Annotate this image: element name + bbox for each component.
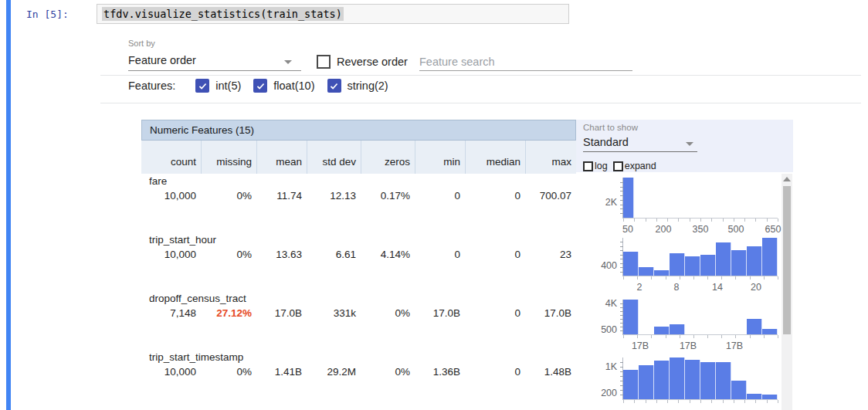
value-cell: 700.07 bbox=[525, 190, 576, 202]
x-axis-tick bbox=[623, 276, 624, 280]
histogram-bar[interactable] bbox=[731, 250, 747, 276]
histogram-bar[interactable] bbox=[747, 246, 762, 276]
histogram-bar[interactable] bbox=[654, 327, 670, 334]
reverse-order-checkbox[interactable] bbox=[317, 55, 331, 69]
sort-by-dropdown[interactable]: Feature order bbox=[128, 54, 196, 66]
log-label[interactable]: log bbox=[595, 161, 608, 171]
y-axis-tick bbox=[620, 242, 623, 242]
histogram-bar[interactable] bbox=[747, 319, 762, 334]
histogram-bar[interactable] bbox=[762, 329, 778, 334]
x-axis-tick bbox=[690, 219, 690, 222]
histogram-bar[interactable] bbox=[639, 365, 654, 399]
expand-checkbox[interactable] bbox=[613, 161, 623, 171]
y-axis-tick bbox=[620, 376, 623, 377]
histogram-dropoff-census-tract: 4K50017B17B17B bbox=[576, 291, 782, 350]
value-cell: 10,000 bbox=[141, 366, 201, 378]
histogram-bar[interactable] bbox=[685, 256, 700, 276]
y-axis-tick bbox=[620, 362, 623, 363]
x-axis-tick bbox=[750, 276, 751, 280]
histogram-bar[interactable] bbox=[716, 362, 731, 399]
chart-to-show-dropdown[interactable]: Standard bbox=[583, 136, 629, 148]
histogram-bar[interactable] bbox=[623, 252, 639, 276]
scroll-up-icon[interactable] bbox=[783, 177, 791, 181]
histogram-bar[interactable] bbox=[623, 300, 639, 334]
x-axis-tick bbox=[693, 276, 694, 280]
y-axis-tick bbox=[620, 250, 623, 251]
sort-by-underline bbox=[128, 70, 301, 71]
y-axis-tick bbox=[620, 208, 623, 209]
histogram-trip-start-hour: 400281420 bbox=[576, 232, 782, 291]
histogram-bar[interactable] bbox=[716, 242, 731, 276]
feature-search-input[interactable]: Feature search bbox=[419, 56, 495, 68]
x-axis-tick bbox=[744, 400, 745, 403]
feature-filter-label: int(5) bbox=[215, 80, 241, 92]
value-cell: 0 bbox=[465, 366, 525, 378]
divider bbox=[100, 103, 861, 103]
histogram-bar[interactable] bbox=[700, 362, 716, 399]
histogram-bar[interactable] bbox=[654, 270, 670, 276]
histogram-bar[interactable] bbox=[670, 324, 685, 335]
y-axis-tick bbox=[620, 259, 623, 259]
x-axis-tick bbox=[637, 335, 638, 338]
histogram-bar[interactable] bbox=[670, 357, 685, 399]
x-axis-tick bbox=[707, 335, 708, 338]
y-axis-tick bbox=[620, 187, 623, 188]
chevron-down-icon[interactable] bbox=[284, 60, 292, 64]
histogram-bar[interactable] bbox=[762, 238, 778, 276]
histogram-bar[interactable] bbox=[747, 394, 762, 399]
histogram-bar[interactable] bbox=[670, 253, 685, 276]
checkbox-checked-icon bbox=[327, 79, 341, 93]
value-cell: 27.12% bbox=[201, 307, 256, 319]
histogram-bar[interactable] bbox=[623, 370, 639, 399]
y-axis-tick bbox=[620, 213, 623, 214]
x-axis-tick bbox=[678, 400, 679, 403]
column-header: median bbox=[465, 141, 525, 174]
reverse-order-label[interactable]: Reverse order bbox=[337, 56, 408, 68]
feature-filter[interactable]: string(2) bbox=[327, 79, 388, 93]
table-row: trip_start_timestamp10,0000%1.41B29.2M0%… bbox=[141, 350, 576, 408]
y-axis-tick bbox=[620, 323, 623, 324]
chevron-down-icon[interactable] bbox=[686, 142, 693, 146]
value-cell: 10,000 bbox=[141, 249, 201, 260]
checkbox-checked-icon bbox=[253, 79, 267, 93]
x-axis-tick bbox=[778, 276, 778, 280]
log-checkbox[interactable] bbox=[583, 161, 593, 171]
y-axis-label: 200 bbox=[601, 388, 617, 398]
histogram-bar[interactable] bbox=[639, 267, 654, 276]
value-cell: 4.14% bbox=[361, 249, 415, 260]
value-cell: 0.17% bbox=[361, 190, 415, 202]
value-cell: 17.0B bbox=[415, 307, 465, 319]
x-axis-tick bbox=[750, 335, 751, 338]
feature-search-underline bbox=[419, 70, 632, 71]
chart-panel: Chart to show Standard log expand bbox=[576, 120, 793, 172]
charts-scrollbar[interactable] bbox=[782, 174, 792, 410]
value-cell: 0% bbox=[361, 366, 415, 378]
histogram-bar[interactable] bbox=[731, 381, 747, 399]
code-input[interactable]: tfdv.visualize_statistics(train_stats) bbox=[97, 4, 569, 24]
y-axis-tick bbox=[620, 319, 623, 320]
value-cell: 0% bbox=[201, 190, 256, 202]
histogram-bar[interactable] bbox=[685, 360, 700, 399]
feature-filter[interactable]: int(5) bbox=[195, 79, 241, 93]
histogram-bar[interactable] bbox=[700, 255, 716, 276]
feature-filter[interactable]: float(10) bbox=[253, 79, 314, 93]
histogram-bar[interactable] bbox=[654, 361, 670, 399]
histogram-bar[interactable] bbox=[762, 395, 778, 399]
numeric-features-table: Numeric Features (15) countmissingmeanst… bbox=[141, 120, 576, 408]
x-axis-tick bbox=[723, 219, 724, 222]
y-axis-tick bbox=[620, 311, 623, 312]
feature-filters-row: Features: int(5)float(10)string(2) bbox=[128, 79, 401, 93]
y-axis-tick bbox=[620, 330, 623, 331]
value-cell: 29.2M bbox=[307, 366, 361, 378]
expand-label[interactable]: expand bbox=[625, 161, 656, 171]
x-axis-tick bbox=[667, 219, 668, 222]
x-axis-tick bbox=[711, 219, 712, 222]
histogram-bar[interactable] bbox=[623, 178, 634, 218]
x-axis-tick bbox=[666, 276, 666, 280]
checkbox-checked-icon bbox=[195, 79, 209, 93]
x-axis-tick bbox=[723, 400, 724, 403]
scrollbar-thumb[interactable] bbox=[783, 186, 791, 334]
value-cell: 0 bbox=[465, 190, 525, 202]
feature-filters: int(5)float(10)string(2) bbox=[195, 79, 400, 93]
x-axis-tick bbox=[711, 400, 712, 403]
